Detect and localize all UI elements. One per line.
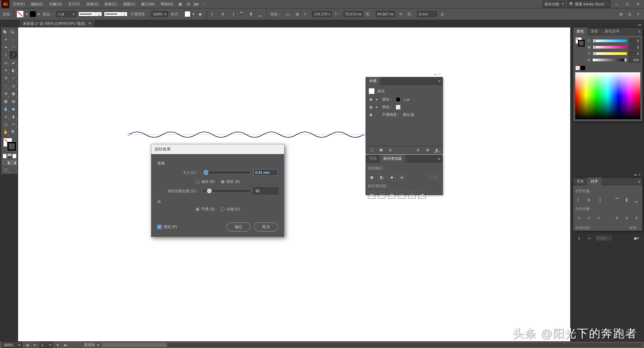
snap-icon[interactable]: ⊡ <box>626 10 633 18</box>
visibility-toggle-stroke[interactable]: ◉ <box>369 97 373 101</box>
stroke-weight-input[interactable]: 1 pt <box>56 11 76 17</box>
shape-builder-tool[interactable]: ◔ <box>2 90 9 97</box>
k-value[interactable]: 100 <box>629 57 640 63</box>
spacing-input[interactable] <box>595 235 612 241</box>
status-dd-icon[interactable]: ▸ <box>98 343 100 347</box>
align-tab[interactable]: 对齐 <box>587 178 601 185</box>
draw-inside[interactable]: ◨ <box>12 160 16 165</box>
selection-handle-left[interactable] <box>128 134 130 136</box>
fill-stroke-picker[interactable] <box>2 137 17 153</box>
size-slider[interactable] <box>203 172 250 173</box>
absolute-radio[interactable]: 绝对 (A) <box>221 179 240 184</box>
add-effect-icon[interactable]: fx <box>387 146 394 154</box>
last-artboard-icon[interactable]: ⏭ <box>63 343 68 347</box>
align-bottom-icon[interactable]: ▁ <box>257 10 264 18</box>
collapse-icon[interactable]: ◂◂ <box>638 23 641 26</box>
valign-top[interactable]: ▔ <box>613 196 621 204</box>
blend-tool[interactable]: ◉ <box>10 105 17 113</box>
style-swatch[interactable] <box>184 11 191 17</box>
vdist-center[interactable]: ≡ <box>585 214 593 221</box>
visibility-toggle-fill[interactable]: ◉ <box>369 105 373 109</box>
halign-right[interactable]: ▕ <box>595 196 602 204</box>
color-tab[interactable]: 颜色 <box>573 27 587 35</box>
magic-wand-tool[interactable]: ✦ <box>2 36 9 43</box>
column-graph-tool[interactable]: ▮ <box>10 113 17 120</box>
relative-radio[interactable]: 相对 (R) <box>196 179 215 184</box>
scale-tool[interactable]: ⤢ <box>10 74 17 82</box>
maximize-button[interactable]: ◻ <box>623 1 632 7</box>
unite-button[interactable]: ◼ <box>368 173 375 181</box>
perspective-grid-tool[interactable]: ▦ <box>10 90 17 97</box>
horizontal-scrollbar[interactable] <box>102 343 642 347</box>
trim-button[interactable]: ◫ <box>378 191 385 199</box>
vdist-bottom[interactable]: ≡ <box>595 214 602 221</box>
minus-back-button[interactable]: ◨ <box>418 191 426 199</box>
search-stock-input[interactable]: 🔍 搜索 Adobe Stock <box>567 0 610 8</box>
add-fill-icon[interactable]: ▣ <box>377 146 385 154</box>
style-dd-icon[interactable]: ▾ <box>193 12 195 16</box>
expand-fill[interactable]: ▸ <box>376 105 379 109</box>
align-vcenter-icon[interactable]: ╋ <box>247 10 255 18</box>
color-mode-solid[interactable] <box>3 154 7 158</box>
character-tab[interactable]: 字符 <box>366 155 380 162</box>
artboard-number[interactable]: 1 <box>40 342 53 348</box>
zoom-tool[interactable]: 🔍 <box>10 128 17 136</box>
appearance-panel-menu[interactable]: ≡ <box>436 79 442 83</box>
expand-stroke[interactable]: ▸ <box>376 97 379 101</box>
pathfinder-tab[interactable]: 路径查找器 <box>380 155 405 162</box>
mesh-tool[interactable]: ▦ <box>2 97 9 105</box>
link-wh-icon[interactable]: ⟲ <box>397 10 405 18</box>
stroke-swatch[interactable] <box>30 11 36 17</box>
transform-tab[interactable]: 变换 <box>573 178 587 185</box>
prefs-icon[interactable]: ⊞ <box>617 10 625 18</box>
close-window-button[interactable]: ✕ <box>633 1 643 7</box>
rectangle-tool[interactable]: ▭ <box>2 59 9 66</box>
prev-artboard-icon[interactable]: ◂ <box>32 343 37 347</box>
panel-stroke-swatch[interactable] <box>578 40 585 47</box>
recolor-icon[interactable]: ◉ <box>197 10 204 18</box>
stroke-profile-uniform[interactable]: 等比 <box>78 12 102 16</box>
pen-tool[interactable]: ✒ <box>2 44 9 51</box>
duplicate-item-icon[interactable]: ⊞ <box>424 146 431 154</box>
fill-attr-swatch[interactable] <box>396 105 400 110</box>
fill-dd-icon[interactable]: ▾ <box>26 12 28 16</box>
w-input[interactable] <box>376 11 395 17</box>
pathfinder-panel-menu[interactable]: ≡ <box>436 157 442 161</box>
minimize-button[interactable]: — <box>612 1 621 7</box>
slice-tool[interactable]: ✂ <box>10 121 17 128</box>
curvature-tool[interactable]: 〰 <box>10 44 17 51</box>
menu-view[interactable]: 视图(V) <box>120 1 138 8</box>
direct-selection-tool[interactable] <box>10 28 17 36</box>
draw-normal[interactable]: ▫ <box>3 160 7 165</box>
rotate-tool[interactable]: ⟲ <box>2 74 9 82</box>
line-segment-tool[interactable]: ╱ <box>10 51 17 59</box>
outline-button[interactable]: ▢ <box>408 191 416 199</box>
align-hcenter-icon[interactable]: ┿ <box>219 10 226 18</box>
stroke-attr-swatch[interactable] <box>396 97 400 102</box>
add-stroke-icon[interactable]: ▢ <box>368 146 375 154</box>
isolate-icon[interactable]: ⊡ <box>439 10 446 18</box>
halign-center[interactable]: ┿ <box>585 196 593 204</box>
align-top-icon[interactable]: ▔ <box>238 10 245 18</box>
h-input[interactable] <box>417 11 437 17</box>
align-left-icon[interactable]: ▏ <box>210 10 217 18</box>
c-slider[interactable] <box>593 40 627 42</box>
corner-radio[interactable]: 尖锐 (C) <box>221 207 240 212</box>
divide-button[interactable]: ▦ <box>368 191 375 199</box>
next-artboard-icon[interactable]: ▸ <box>56 343 60 347</box>
align-panel-menu[interactable]: ≡ <box>636 180 642 184</box>
stroke-color[interactable] <box>7 142 16 151</box>
workspace-dropdown[interactable]: 基本功能 <box>543 1 566 8</box>
hdist-center[interactable]: ⫼ <box>623 214 631 221</box>
visibility-toggle-opacity[interactable]: ◉ <box>369 113 373 117</box>
symbol-sprayer-tool[interactable]: ⚹ <box>2 113 9 120</box>
color-mode-none[interactable] <box>12 154 16 158</box>
close-tab-icon[interactable]: ✕ <box>88 21 91 26</box>
ridges-slider[interactable] <box>203 190 250 192</box>
shape-props-icon[interactable]: ▭ <box>284 10 291 18</box>
panel-close-icon[interactable]: ✕ <box>638 173 641 177</box>
appearance-tab[interactable]: 外观 <box>366 77 380 85</box>
m-value[interactable]: 0 <box>629 45 640 50</box>
layout-icon[interactable]: ▥▾ <box>193 0 200 8</box>
gpu-icon[interactable]: ⟋ <box>201 0 208 8</box>
